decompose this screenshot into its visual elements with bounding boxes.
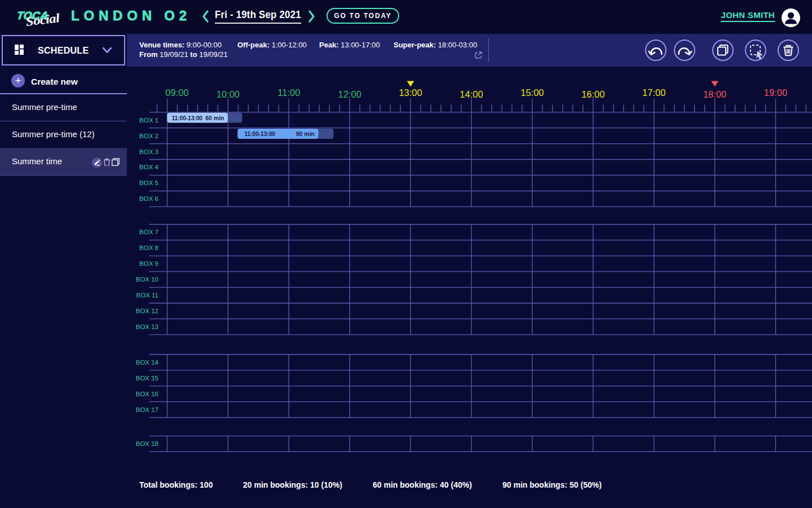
svg-text:11:00: 11:00: [277, 87, 300, 98]
svg-text:11:00-13:00: 11:00-13:00: [245, 130, 276, 137]
svg-text:15:00: 15:00: [520, 87, 544, 98]
svg-text:18:00: 18:00: [703, 89, 726, 99]
svg-text:17:00: 17:00: [642, 87, 665, 98]
svg-text:60 min: 60 min: [205, 115, 224, 121]
svg-text:BOX 17: BOX 17: [136, 406, 158, 413]
svg-text:19:00: 19:00: [764, 87, 787, 98]
svg-text:BOX 16: BOX 16: [136, 391, 158, 397]
svg-text:11:00-13:00: 11:00-13:00: [172, 115, 203, 121]
svg-text:BOX 1: BOX 1: [139, 117, 158, 124]
svg-text:BOX 6: BOX 6: [139, 195, 158, 202]
svg-text:12:00: 12:00: [338, 89, 361, 99]
svg-text:09:00: 09:00: [165, 87, 188, 98]
svg-text:BOX 18: BOX 18: [136, 440, 158, 447]
svg-text:BOX 12: BOX 12: [136, 308, 158, 314]
svg-text:BOX 7: BOX 7: [139, 229, 158, 235]
svg-text:16:00: 16:00: [581, 89, 604, 99]
svg-text:BOX 2: BOX 2: [139, 133, 158, 139]
svg-text:BOX 9: BOX 9: [139, 260, 158, 267]
svg-text:BOX 11: BOX 11: [136, 292, 158, 299]
svg-text:BOX 14: BOX 14: [136, 359, 159, 366]
svg-text:BOX 3: BOX 3: [139, 148, 158, 155]
svg-text:BOX 5: BOX 5: [139, 179, 158, 186]
svg-text:13:00: 13:00: [399, 87, 422, 98]
svg-text:BOX 4: BOX 4: [139, 164, 158, 170]
svg-text:90 min: 90 min: [296, 130, 315, 137]
svg-text:14:00: 14:00: [460, 89, 483, 99]
svg-text:BOX 10: BOX 10: [136, 276, 158, 283]
svg-text:BOX 15: BOX 15: [136, 375, 158, 382]
svg-text:BOX 13: BOX 13: [136, 323, 158, 330]
svg-text:BOX 8: BOX 8: [139, 244, 158, 251]
svg-text:10:00: 10:00: [217, 89, 240, 99]
